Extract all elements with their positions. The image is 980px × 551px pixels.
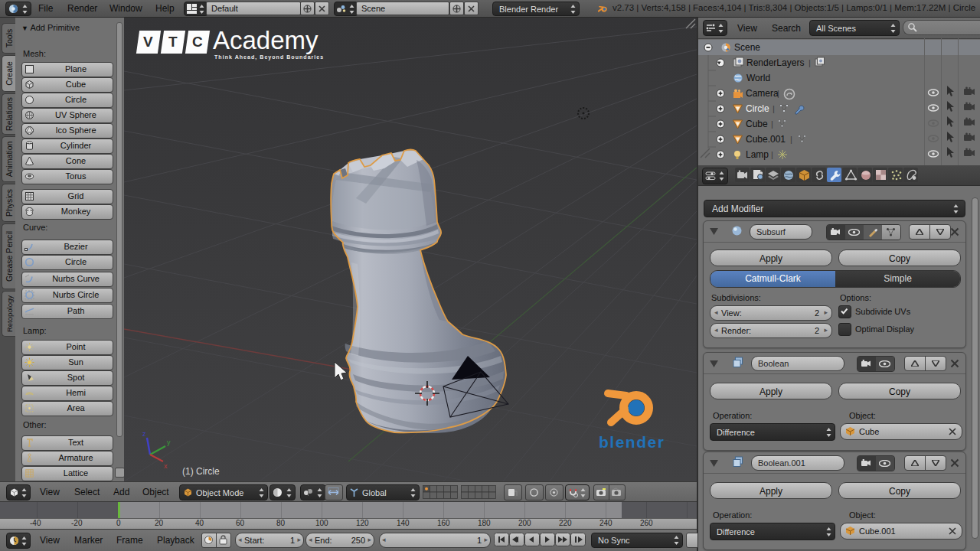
svg-text:Circle: Circle — [746, 103, 769, 114]
svg-text:Camera: Camera — [746, 88, 779, 99]
svg-text:World: World — [746, 73, 770, 83]
svg-text:|: | — [771, 150, 773, 159]
svg-text:RenderLayers: RenderLayers — [746, 57, 804, 68]
svg-text:x: x — [164, 462, 168, 470]
svg-text:|: | — [773, 104, 775, 113]
svg-text:y: y — [167, 439, 171, 446]
svg-text:z: z — [142, 430, 146, 438]
svg-text:|: | — [777, 89, 779, 98]
svg-text:|: | — [808, 58, 811, 67]
svg-text:|: | — [771, 119, 773, 129]
svg-text:Cube: Cube — [746, 119, 768, 129]
svg-text:Scene: Scene — [734, 42, 760, 53]
svg-text:|: | — [790, 135, 792, 144]
svg-text:Lamp: Lamp — [746, 149, 769, 160]
svg-text:Cube.001: Cube.001 — [746, 134, 786, 145]
